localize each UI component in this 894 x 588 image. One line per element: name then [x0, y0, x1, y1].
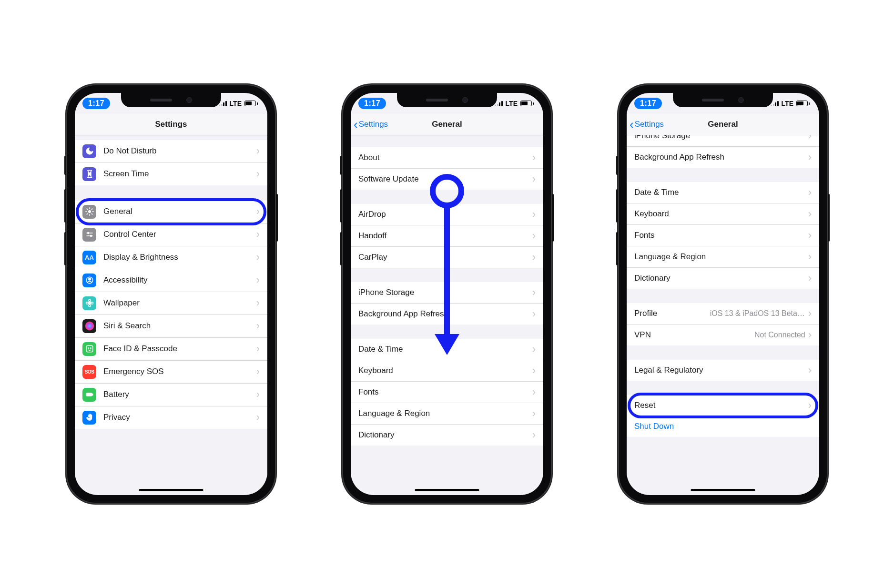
chevron-right-icon: › — [532, 231, 536, 241]
row-accessibility[interactable]: Accessibility› — [75, 269, 267, 292]
flower-icon — [82, 296, 96, 310]
row-label: General — [103, 207, 256, 216]
chevron-right-icon: › — [256, 252, 260, 263]
row-screentime[interactable]: Screen Time› — [75, 163, 267, 185]
row-label: Legal & Regulatory — [634, 365, 808, 375]
hand-icon — [82, 411, 96, 425]
face-icon — [82, 342, 96, 356]
row-datetime[interactable]: Date & Time› — [351, 339, 543, 360]
row-swupdate[interactable]: Software Update› — [351, 169, 543, 190]
chevron-right-icon: › — [532, 287, 536, 298]
row-keyboard[interactable]: Keyboard› — [627, 203, 819, 225]
svg-point-12 — [85, 322, 93, 330]
row-storage[interactable]: iPhone Storage› — [627, 135, 819, 147]
row-siri[interactable]: Siri & Search› — [75, 315, 267, 338]
sliders-icon — [82, 228, 96, 242]
battery-icon — [244, 101, 258, 106]
status-time: 1:17 — [82, 98, 110, 109]
row-label: Date & Time — [634, 188, 808, 197]
row-vpn[interactable]: VPNNot Connected› — [627, 324, 819, 345]
row-controlcenter[interactable]: Control Center› — [75, 223, 267, 246]
row-general[interactable]: General› — [75, 201, 267, 223]
row-reset[interactable]: Reset› — [627, 395, 819, 416]
svg-point-6 — [88, 278, 91, 281]
row-label: Keyboard — [634, 209, 808, 219]
row-label: Software Update — [358, 174, 532, 184]
row-label: Shut Down — [634, 422, 812, 431]
row-label: About — [358, 153, 532, 162]
row-bgrefresh[interactable]: Background App Refresh› — [351, 304, 543, 324]
row-airdrop[interactable]: AirDrop› — [351, 204, 543, 225]
home-indicator[interactable] — [139, 489, 203, 491]
chevron-right-icon: › — [808, 252, 812, 262]
chevron-right-icon: › — [256, 344, 260, 354]
row-storage[interactable]: iPhone Storage› — [351, 282, 543, 304]
row-dictionary[interactable]: Dictionary› — [627, 268, 819, 289]
chevron-right-icon: › — [532, 387, 536, 397]
chevron-right-icon: › — [808, 400, 812, 411]
home-indicator[interactable] — [691, 489, 755, 491]
row-detail: Not Connected — [754, 331, 805, 339]
back-button[interactable]: ‹ Settings — [354, 114, 388, 135]
row-battery[interactable]: Battery› — [75, 384, 267, 406]
phone-frame-2: 1:17 LTE ‹ Settings General About›Softwa… — [342, 84, 552, 504]
AA-icon: AA — [82, 251, 96, 264]
chevron-right-icon: › — [808, 209, 812, 219]
chevron-right-icon: › — [808, 365, 812, 375]
row-label: Screen Time — [103, 169, 256, 179]
row-label: Reset — [634, 401, 808, 410]
row-fonts[interactable]: Fonts› — [627, 225, 819, 246]
svg-rect-13 — [86, 345, 93, 352]
chevron-right-icon: › — [532, 430, 536, 440]
row-about[interactable]: About› — [351, 147, 543, 169]
row-shutdown[interactable]: Shut Down — [627, 416, 819, 437]
navbar: Settings — [75, 114, 267, 135]
chevron-right-icon: › — [256, 389, 260, 400]
row-privacy[interactable]: Privacy› — [75, 406, 267, 429]
back-label: Settings — [635, 120, 664, 129]
row-bgrefresh[interactable]: Background App Refresh› — [627, 147, 819, 168]
row-faceid[interactable]: Face ID & Passcode› — [75, 338, 267, 361]
row-wallpaper[interactable]: Wallpaper› — [75, 292, 267, 315]
row-label: AirDrop — [358, 210, 532, 219]
chevron-right-icon: › — [532, 209, 536, 220]
svg-point-14 — [88, 348, 89, 349]
row-datetime[interactable]: Date & Time› — [627, 182, 819, 203]
row-langregion[interactable]: Language & Region› — [627, 246, 819, 268]
phone-frame-1: 1:17 LTE Settings Do Not Disturb›Screen … — [66, 84, 276, 504]
status-carrier: LTE — [782, 100, 793, 107]
chevron-left-icon: ‹ — [354, 118, 358, 131]
phone-frame-3: 1:17 LTE ‹ Settings General iPhone Stora… — [618, 84, 828, 504]
row-label: VPN — [634, 330, 754, 340]
row-label: Wallpaper — [103, 298, 256, 308]
row-keyboard[interactable]: Keyboard› — [351, 360, 543, 382]
row-label: Do Not Disturb — [103, 146, 256, 156]
chevron-right-icon: › — [256, 366, 260, 377]
row-carplay[interactable]: CarPlay› — [351, 247, 543, 268]
row-legal[interactable]: Legal & Regulatory› — [627, 360, 819, 381]
chevron-right-icon: › — [532, 309, 536, 319]
row-langregion[interactable]: Language & Region› — [351, 403, 543, 425]
chevron-right-icon: › — [808, 330, 812, 340]
row-dictionary[interactable]: Dictionary› — [351, 425, 543, 446]
home-indicator[interactable] — [415, 489, 479, 491]
status-time: 1:17 — [634, 98, 662, 109]
chevron-right-icon: › — [256, 298, 260, 308]
row-profile[interactable]: ProfileiOS 13 & iPadOS 13 Beta Softwar..… — [627, 303, 819, 324]
battery-icon — [520, 101, 534, 106]
SOS-icon: SOS — [82, 365, 96, 379]
chevron-right-icon: › — [256, 275, 260, 285]
row-label: Emergency SOS — [103, 367, 256, 376]
chevron-right-icon: › — [256, 146, 260, 156]
row-dnd[interactable]: Do Not Disturb› — [75, 140, 267, 163]
row-label: Face ID & Passcode — [103, 344, 256, 354]
row-sos[interactable]: SOSEmergency SOS› — [75, 361, 267, 384]
row-fonts[interactable]: Fonts› — [351, 382, 543, 403]
row-label: Display & Brightness — [103, 253, 256, 262]
back-button[interactable]: ‹ Settings — [630, 114, 664, 135]
svg-point-0 — [88, 211, 91, 213]
svg-rect-17 — [92, 394, 93, 395]
row-handoff[interactable]: Handoff› — [351, 225, 543, 247]
chevron-right-icon: › — [256, 412, 260, 423]
row-display[interactable]: AADisplay & Brightness› — [75, 246, 267, 269]
